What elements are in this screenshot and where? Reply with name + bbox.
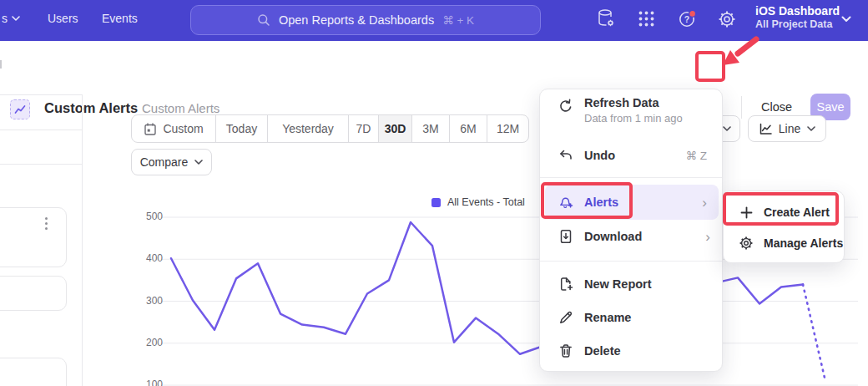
menu-item-refresh-data[interactable]: Refresh Data Data from 1 min ago bbox=[540, 96, 722, 133]
menu-item-label: Rename bbox=[584, 311, 631, 324]
menu-item-download[interactable]: Download › bbox=[540, 221, 722, 251]
menu-item-label: Download bbox=[584, 230, 642, 243]
menu-item-rename[interactable]: Rename bbox=[540, 302, 722, 333]
pencil-icon bbox=[558, 310, 573, 325]
submenu-item-label: Manage Alerts bbox=[764, 236, 843, 250]
new-report-icon bbox=[558, 277, 573, 292]
undo-icon bbox=[558, 148, 573, 163]
menu-item-undo[interactable]: Undo ⌘ Z bbox=[540, 140, 722, 170]
chevron-right-icon: › bbox=[702, 196, 707, 210]
divider bbox=[540, 177, 722, 178]
menu-item-label: Undo bbox=[584, 149, 615, 162]
gear-icon bbox=[739, 236, 754, 251]
y-axis-tick-label: 100 bbox=[134, 378, 163, 386]
refresh-icon bbox=[558, 99, 573, 114]
y-axis-tick-label: 300 bbox=[134, 295, 163, 307]
trash-icon bbox=[558, 343, 573, 358]
submenu-item-manage-alerts[interactable]: Manage Alerts bbox=[724, 227, 844, 259]
submenu-item-create-alert[interactable]: Create Alert bbox=[724, 196, 844, 228]
menu-item-label: Delete bbox=[584, 344, 621, 358]
download-icon bbox=[558, 229, 573, 244]
alerts-submenu: Create Alert Manage Alerts bbox=[723, 190, 845, 263]
app-window: s Users Events Open Reports & Dashboards… bbox=[0, 0, 868, 386]
menu-item-label: Refresh Data bbox=[584, 96, 683, 109]
chevron-right-icon: › bbox=[705, 230, 710, 244]
menu-item-new-report[interactable]: New Report bbox=[540, 269, 722, 299]
y-axis-tick-label: 400 bbox=[134, 252, 163, 264]
menu-item-shortcut: ⌘ Z bbox=[686, 149, 708, 162]
divider bbox=[540, 261, 722, 262]
menu-item-delete[interactable]: Delete bbox=[540, 336, 722, 366]
alert-bell-icon bbox=[558, 195, 573, 210]
submenu-item-label: Create Alert bbox=[764, 206, 830, 219]
menu-item-alerts[interactable]: Alerts › bbox=[545, 185, 719, 220]
plus-icon bbox=[739, 206, 754, 219]
y-axis-tick-label: 200 bbox=[134, 337, 163, 348]
y-axis-tick-label: 500 bbox=[134, 211, 163, 222]
menu-item-label: New Report bbox=[584, 277, 652, 291]
more-options-menu: Refresh Data Data from 1 min ago Undo ⌘ … bbox=[539, 89, 723, 372]
menu-item-subtitle: Data from 1 min ago bbox=[584, 112, 683, 124]
menu-item-label: Alerts bbox=[584, 196, 618, 209]
